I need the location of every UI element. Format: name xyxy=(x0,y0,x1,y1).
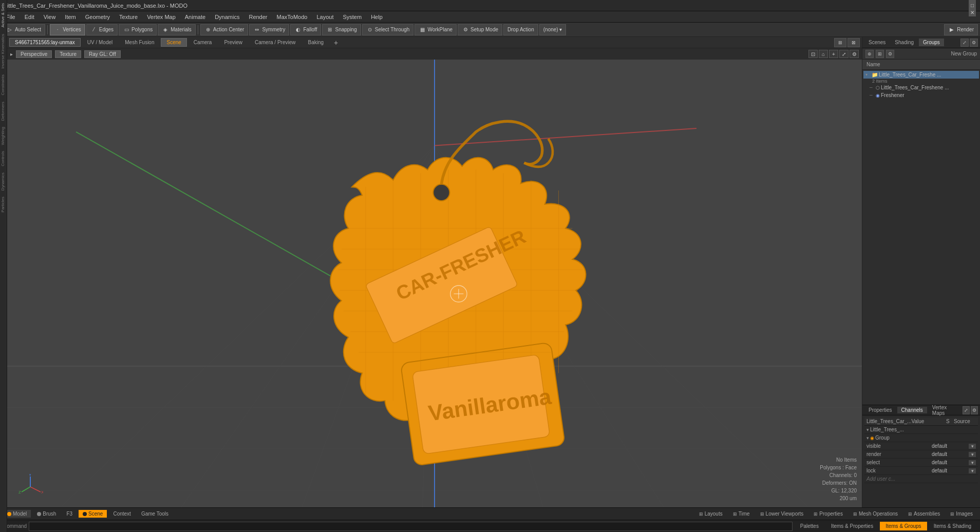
sp-expand-btn[interactable]: ⤢ xyxy=(963,406,970,414)
channel-render-dropdown[interactable]: ▾ xyxy=(969,452,976,457)
sp-tab-channels[interactable]: Channels xyxy=(897,407,927,413)
none-dropdown-button[interactable]: (none) ▾ xyxy=(539,24,567,35)
vp-settings-button[interactable]: ⚙ xyxy=(850,50,859,58)
bottom-tab-scene[interactable]: Scene xyxy=(79,510,107,518)
channel-visible-dropdown[interactable]: ▾ xyxy=(969,444,976,449)
menu-geometry[interactable]: Geometry xyxy=(81,13,114,21)
menu-edit[interactable]: Edit xyxy=(21,13,39,21)
menu-system[interactable]: System xyxy=(338,13,366,21)
symmetry-button[interactable]: ⇔ Symmetry xyxy=(249,24,289,35)
vp-maximize-button[interactable]: ⤢ xyxy=(839,50,849,58)
menu-help[interactable]: Help xyxy=(367,13,387,21)
bp-tab-items-properties[interactable]: Items & Properties xyxy=(825,522,879,530)
tree-root-item[interactable]: ▾ 📁 Little_Trees_Car_Freshe ... xyxy=(863,71,979,79)
select-through-button[interactable]: ⊙ Select Through xyxy=(362,24,414,35)
tab-uv-model[interactable]: UV / Model xyxy=(82,38,118,47)
sidebar-item-constraints[interactable]: Constraints xyxy=(0,71,7,98)
channel-lock-dropdown[interactable]: ▾ xyxy=(969,468,976,473)
tab-mesh-fusion[interactable]: Mesh Fusion xyxy=(119,38,160,47)
bp-tab-items-groups[interactable]: Items & Groups xyxy=(880,522,927,530)
menu-view[interactable]: View xyxy=(40,13,60,21)
bottom-tab-model[interactable]: Model xyxy=(3,510,31,518)
groups-icon-3[interactable]: ⚙ xyxy=(886,50,894,58)
channel-visible-row[interactable]: visible default ▾ xyxy=(864,442,978,450)
workplane-button[interactable]: ▦ WorkPlane xyxy=(414,24,457,35)
vp-layout-btn[interactable]: ⊞ xyxy=(834,38,846,47)
bottom-tab-f3[interactable]: F3 xyxy=(62,510,77,518)
bottom-tab-lower-viewports[interactable]: ⊞ Lower Viewports xyxy=(756,510,808,518)
channel-render-row[interactable]: render default ▾ xyxy=(864,450,978,459)
menu-item[interactable]: Item xyxy=(61,13,80,21)
bottom-tab-game-tools[interactable]: Game Tools xyxy=(137,510,173,518)
3d-viewport[interactable]: ▸ Perspective Texture Ray GL: Off ⊡ ⌂ + … xyxy=(7,48,862,507)
bottom-tab-layouts[interactable]: ⊞ Layouts xyxy=(695,510,727,518)
tab-camera-preview[interactable]: Camera / Preview xyxy=(249,38,301,47)
auto-select-button[interactable]: ▷ Auto Select xyxy=(2,24,45,35)
sidebar-item-ik[interactable]: Inverse Kinematics xyxy=(0,31,7,72)
channel-select-row[interactable]: select default ▾ xyxy=(864,459,978,467)
tab-baking[interactable]: Baking xyxy=(302,38,329,47)
channels-group-row[interactable]: ▾ ◉ Group xyxy=(864,434,978,442)
materials-button[interactable]: ◈ Materials xyxy=(158,24,196,35)
sp-tab-vertex-maps[interactable]: Vertex Maps xyxy=(928,404,960,416)
bp-tab-items-shading[interactable]: Items & Shading xyxy=(928,522,977,530)
vertices-button[interactable]: · Vertices xyxy=(50,24,85,35)
edges-button[interactable]: ∕ Edges xyxy=(86,24,118,35)
menu-dynamics[interactable]: Dynamics xyxy=(211,13,243,21)
sp-tab-properties[interactable]: Properties xyxy=(864,407,896,413)
vp-zoom-in-button[interactable]: + xyxy=(829,50,838,58)
tree-child-1[interactable]: ─ ⬡ Little_Trees_Car_Freshene ... xyxy=(863,84,979,91)
bottom-tab-time[interactable]: ⊞ Time xyxy=(729,510,754,518)
menu-animate[interactable]: Animate xyxy=(181,13,210,21)
render-button[interactable]: ▶ Render xyxy=(944,24,978,35)
sidebar-item-controls[interactable]: Controls xyxy=(0,148,7,169)
sidebar-item-particles[interactable]: Particles xyxy=(0,194,7,216)
snapping-button[interactable]: ⊞ Snapping xyxy=(322,24,361,35)
menu-layout[interactable]: Layout xyxy=(312,13,337,21)
polygons-button[interactable]: ▭ Polygons xyxy=(119,24,157,35)
tab-scene[interactable]: Scene xyxy=(161,38,186,47)
close-button[interactable]: ✕ xyxy=(969,9,976,16)
action-center-button[interactable]: ⊕ Action Center xyxy=(200,24,249,35)
channel-add-user-row[interactable]: Add user c... xyxy=(864,475,978,483)
tab-preview[interactable]: Preview xyxy=(218,38,248,47)
bp-tab-palettes[interactable]: Palettes xyxy=(795,522,824,530)
bottom-tab-mesh-ops[interactable]: ⊞ Mesh Operations xyxy=(849,510,902,518)
menu-maxtomodo[interactable]: MaxToModo xyxy=(273,13,312,21)
tree-child-2[interactable]: ─ ◉ Freshener xyxy=(863,91,979,99)
vp-home-button[interactable]: ⌂ xyxy=(819,50,828,58)
rp-tab-scenes[interactable]: Scenes xyxy=(864,39,890,46)
tab-camera[interactable]: Camera xyxy=(188,38,218,47)
rp-expand-btn[interactable]: ⤢ xyxy=(960,39,969,47)
ray-gl-button[interactable]: Ray GL: Off xyxy=(84,50,121,58)
bottom-tab-assemblies[interactable]: ⊞ Assemblies xyxy=(904,510,944,518)
vp-fit-button[interactable]: ⊡ xyxy=(808,50,818,58)
vp-expand-btn[interactable]: ⊠ xyxy=(847,38,860,47)
groups-icon-2[interactable]: ⊞ xyxy=(876,50,884,58)
sidebar-item-weighting[interactable]: Weighting xyxy=(0,124,7,148)
bottom-tab-images[interactable]: ⊞ Images xyxy=(946,510,977,518)
sidebar-item-active-sets[interactable]: Active & Sets xyxy=(0,0,7,31)
menu-texture[interactable]: Texture xyxy=(115,13,142,21)
perspective-button[interactable]: Perspective xyxy=(16,50,52,58)
drop-action-button[interactable]: Drop Action xyxy=(503,24,538,35)
sidebar-item-deformers[interactable]: Deformers xyxy=(0,99,7,124)
tab-lay-unmax[interactable]: S46671751565:lay-unmax xyxy=(9,38,81,47)
sidebar-item-dynamics[interactable]: Dynamics xyxy=(0,169,7,194)
bottom-tab-brush[interactable]: Brush xyxy=(33,510,60,518)
menu-vertex-map[interactable]: Vertex Map xyxy=(143,13,180,21)
maximize-button[interactable]: □ xyxy=(969,2,976,9)
groups-icon-1[interactable]: ⊕ xyxy=(865,50,874,58)
tab-add[interactable]: + xyxy=(330,38,342,47)
sp-settings-btn[interactable]: ⚙ xyxy=(971,406,978,414)
bottom-tab-context[interactable]: Context xyxy=(109,510,135,518)
channel-lock-row[interactable]: lock default ▾ xyxy=(864,467,978,475)
texture-button[interactable]: Texture xyxy=(55,50,81,58)
channel-select-dropdown[interactable]: ▾ xyxy=(969,460,976,465)
setup-mode-button[interactable]: ⚙ Setup Mode xyxy=(458,24,502,35)
channels-tree-root[interactable]: ▾ Little_Trees_... xyxy=(864,426,978,434)
rp-settings-btn[interactable]: ⚙ xyxy=(970,39,978,47)
command-input[interactable] xyxy=(29,522,793,531)
bottom-tab-properties[interactable]: ⊞ Properties xyxy=(809,510,847,518)
rp-tab-shading[interactable]: Shading xyxy=(891,39,918,46)
